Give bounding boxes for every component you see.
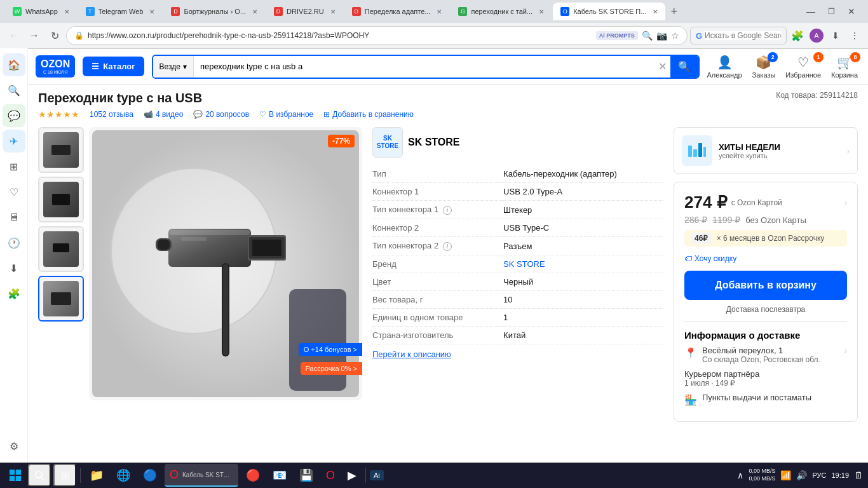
reviews-link[interactable]: 1052 отзыва	[90, 110, 133, 119]
star-icon: ☆	[671, 30, 679, 41]
taskbar-grid-button[interactable]: ⊞	[53, 464, 76, 487]
tab-telegram-close[interactable]: ✕	[149, 8, 154, 15]
installment-button[interactable]: Рассрочка 0% >	[301, 362, 362, 375]
taskbar-app-misc1[interactable]: 🔴	[241, 464, 265, 487]
discount-link[interactable]: 🏷 Хочу скидку	[684, 254, 847, 263]
taskbar-app-opera[interactable]: O Кабель SK STORE	[165, 464, 238, 487]
close-window-button[interactable]: ✕	[843, 3, 860, 20]
tab-bort[interactable]: D Бортжурналы › О... ✕	[163, 3, 265, 20]
video-link[interactable]: 📹 4 видео	[144, 110, 183, 119]
sidebar-telegram-icon[interactable]: ✈	[3, 130, 25, 152]
orders-action[interactable]: 📦 2 Заказы	[752, 55, 776, 79]
sidebar-heart-icon[interactable]: ♡	[3, 180, 25, 203]
favorites-link[interactable]: ♡ В избранное	[259, 110, 313, 119]
sidebar-settings-icon[interactable]: ⚙	[3, 435, 25, 458]
refresh-button[interactable]: ↻	[46, 27, 64, 44]
taskbar-search-button[interactable]	[28, 464, 51, 487]
tab-ozon-close[interactable]: ✕	[653, 8, 658, 15]
main-image[interactable]: -77% О +14 бонусов > Рассрочка 0% >	[89, 127, 362, 400]
start-button[interactable]	[5, 465, 25, 485]
search-input[interactable]	[194, 62, 654, 71]
sidebar-download-icon[interactable]: ⬇	[3, 257, 25, 280]
ozon-logo-container[interactable]: OZON С 18 ИЮЛЯ	[36, 55, 75, 78]
goto-description-link[interactable]: Перейти к описанию	[372, 349, 451, 359]
taskbar-more-icon[interactable]: ∧	[737, 470, 743, 480]
svg-rect-18	[16, 470, 21, 475]
sidebar-puzzle-icon[interactable]: 🧩	[3, 282, 25, 305]
taskbar-app-misc4[interactable]: O	[321, 464, 340, 487]
tab-bar: W WhatsApp ✕ T Telegram Web ✕ D Бортжурн…	[0, 0, 868, 23]
language-indicator[interactable]: РУС	[812, 471, 826, 479]
sidebar-search-icon[interactable]: 🔍	[3, 79, 25, 102]
spec-row-color: Цвет Черный	[372, 273, 663, 291]
ozon-logo[interactable]: OZON С 18 ИЮЛЯ	[36, 55, 75, 78]
tab-drive2-close[interactable]: ✕	[330, 8, 336, 15]
discount-badge: -77%	[328, 135, 355, 147]
bonus-button[interactable]: О +14 бонусов >	[299, 343, 362, 356]
menu-button[interactable]: ⋮	[846, 27, 863, 44]
taskbar-app-chrome[interactable]: 🌐	[111, 464, 135, 487]
info-icon-1[interactable]: i	[443, 206, 452, 215]
taskbar-app-misc2[interactable]: 📧	[268, 464, 292, 487]
spec-value-conntype1: Штекер	[503, 201, 663, 219]
ai-text-button[interactable]: Ai	[370, 470, 384, 480]
new-tab-button[interactable]: +	[667, 5, 681, 18]
ai-prompts-badge[interactable]: Ai PROMPTS	[596, 31, 638, 40]
cart-action[interactable]: 🛒 8 Корзина	[831, 55, 858, 79]
ozon-logo-sub: С 18 ИЮЛЯ	[41, 70, 70, 75]
tab-telegram[interactable]: T Telegram Web ✕	[78, 3, 163, 20]
thumbnails	[38, 127, 84, 422]
spec-value-country: Китай	[503, 327, 663, 344]
sidebar-monitor-icon[interactable]: 🖥	[3, 206, 25, 229]
restore-button[interactable]: ❐	[822, 3, 840, 20]
tab-drive2[interactable]: D DRIVE2.RU ✕	[266, 3, 343, 20]
taskbar-app-misc5[interactable]: ▶	[342, 464, 362, 487]
sidebar-home-icon[interactable]: 🏠	[3, 53, 25, 76]
search-clear-button[interactable]: ✕	[654, 60, 670, 72]
search-submit-button[interactable]: 🔍	[670, 56, 698, 78]
google-search-box[interactable]: G	[690, 27, 787, 44]
tab-ozon-cable[interactable]: O Кабель SK STORE П... ✕	[553, 3, 665, 20]
catalog-button[interactable]: ☰ Каталог	[83, 57, 144, 76]
tab-perehod-close[interactable]: ✕	[539, 8, 544, 15]
taskbar-app-explorer[interactable]: 📁	[85, 464, 109, 487]
questions-link[interactable]: 💬 20 вопросов	[193, 110, 249, 119]
seller-name[interactable]: SK STORE	[408, 137, 460, 148]
notification-icon[interactable]: 🗓	[854, 470, 863, 480]
compare-link[interactable]: ⊞ Добавить в сравнению	[323, 110, 413, 119]
tab-perehod[interactable]: G переходник с тай... ✕	[451, 3, 552, 20]
tab-bort-close[interactable]: ✕	[252, 8, 257, 15]
cart-label: Корзина	[831, 71, 858, 79]
ozon-header: OZON С 18 ИЮЛЯ ☰ Каталог Везде ▾ ✕ 🔍 👤 А…	[0, 49, 868, 85]
sidebar-clock-icon[interactable]: 🕐	[3, 231, 25, 254]
google-search-input[interactable]	[705, 31, 781, 40]
address-bar[interactable]	[88, 31, 592, 40]
profile-action[interactable]: 👤 Александр	[707, 55, 742, 79]
tab-whatsapp-close[interactable]: ✕	[64, 8, 69, 15]
extensions-button[interactable]: 🧩	[789, 27, 806, 44]
sidebar-grid-icon[interactable]: ⊞	[3, 155, 25, 178]
tab-pereladka-close[interactable]: ✕	[437, 8, 442, 15]
tab-whatsapp[interactable]: W WhatsApp ✕	[5, 3, 77, 20]
spec-row-conntype2: Тип коннектора 2 i Разъем	[372, 237, 663, 255]
thumbnail-3[interactable]	[38, 226, 84, 272]
taskbar-app-edge[interactable]: 🔵	[138, 464, 162, 487]
download-button[interactable]: ⬇	[827, 27, 844, 44]
thumbnail-4[interactable]	[38, 276, 84, 322]
taskbar-app-misc3[interactable]: 💾	[294, 464, 318, 487]
sidebar-whatsapp-icon[interactable]: 💬	[3, 104, 25, 127]
minimize-button[interactable]: —	[802, 3, 820, 20]
delivery-location-row[interactable]: 📍 Весёлый переулок, 1 Со склада Ozon, Ро…	[684, 346, 847, 364]
add-to-cart-button[interactable]: Добавить в корзину	[684, 271, 847, 300]
spec-value-brand[interactable]: SK STORE	[503, 255, 663, 273]
address-bar-container[interactable]: 🔒 Ai PROMPTS 🔍 📷 ☆	[66, 26, 688, 45]
search-location[interactable]: Везде ▾	[153, 56, 194, 78]
favorites-action[interactable]: ♡ 1 Избранное	[785, 55, 821, 79]
thumbnail-1[interactable]	[38, 127, 84, 173]
thumbnail-2[interactable]	[38, 177, 84, 222]
back-button[interactable]: ←	[5, 27, 23, 44]
tab-pereladka[interactable]: D Переделка адапте... ✕	[344, 3, 450, 20]
info-icon-2[interactable]: i	[443, 242, 452, 251]
forward-button[interactable]: →	[25, 27, 43, 44]
profile-button[interactable]: A	[808, 27, 825, 44]
